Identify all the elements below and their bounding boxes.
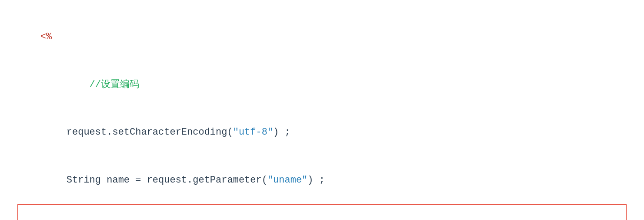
string-utf8-1: "utf-8" [233,127,273,138]
code-text: ) ; [273,127,290,138]
code-text: ) ; [307,175,325,186]
string-uname: "uname" [267,175,307,186]
comment: //设置编码 [67,79,139,90]
code-line-2: //设置编码 [17,61,627,109]
code-line-3: request.setCharacterEncoding("utf-8") ; [17,108,627,156]
code-text: String name = request.getParameter( [67,175,267,186]
code-block: <% //设置编码 request.setCharacterEncoding("… [0,0,644,220]
tag-open: <% [40,31,52,42]
code-line-4: String name = request.getParameter("unam… [17,156,627,204]
code-line-1: <% [17,13,627,61]
code-line-5-boxed: name = new String(name.getBytes("iso-885… [17,204,627,220]
code-text: request.setCharacterEncoding( [67,127,233,138]
